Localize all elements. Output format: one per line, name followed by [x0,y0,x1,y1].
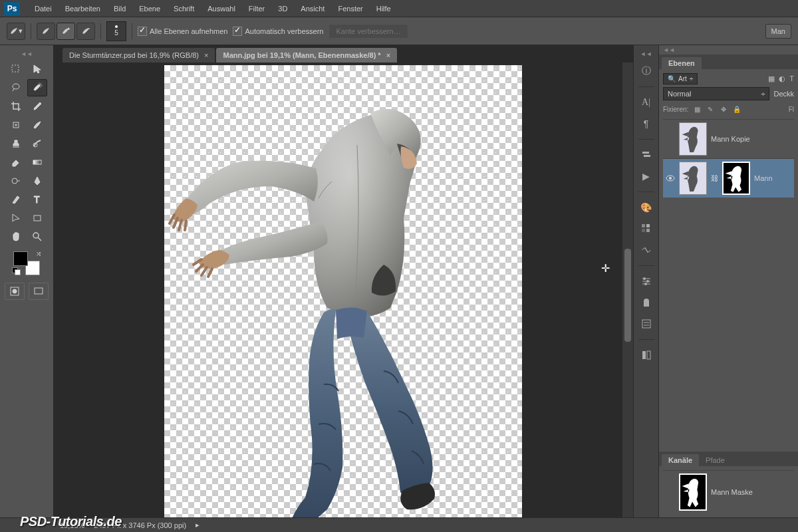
foreground-color-swatch[interactable] [13,251,28,266]
history-brush-tool[interactable] [27,135,47,152]
svg-rect-18 [646,224,650,227]
menu-ebene[interactable]: Ebene [132,2,167,15]
shape-tool[interactable] [27,209,47,227]
document-tab-1[interactable]: Mann.jpg bei 19,1% (Mann, Ebenenmaske/8)… [216,48,397,63]
channels-panel-tab[interactable]: Kanäle [662,454,699,466]
collapse-arrow-icon[interactable]: ◄◄ [659,45,798,55]
link-mask-icon[interactable]: ⛓ [711,174,718,182]
layer-thumbnail[interactable] [679,122,707,156]
layer-row[interactable]: ⛓ Mann [663,158,794,198]
lasso-tool[interactable] [6,79,26,96]
visibility-toggle[interactable] [666,487,675,497]
layer-name: Mann [754,174,773,182]
check-icon [138,27,147,36]
actions-panel-icon[interactable]: ▶ [637,168,656,185]
character-panel-icon[interactable]: A| [637,94,656,111]
workspace-switcher[interactable]: Man [765,24,791,39]
collapse-arrow-icon[interactable]: ◄◄ [19,49,34,59]
layer-thumbnail[interactable] [679,162,707,195]
swatches-panel-icon[interactable] [637,220,656,237]
document-tab-0[interactable]: Die Sturmtänzer.psd bei 16,9% (RGB/8) × [63,48,215,63]
sliders-panel-icon[interactable] [637,273,656,290]
layers-panel-tab[interactable]: Ebenen [662,57,702,69]
gradient-tool[interactable] [27,154,47,171]
properties-panel-icon[interactable] [637,346,656,364]
canvas[interactable] [164,65,522,517]
crop-tool[interactable] [6,98,26,115]
mode-add-selection[interactable]: + [57,23,75,40]
mode-subtract-selection[interactable]: − [76,23,95,40]
lock-all-icon[interactable]: 🔒 [732,104,741,114]
color-panel-icon[interactable]: 🎨 [637,199,656,216]
healing-tool[interactable] [6,116,26,134]
screenmode-tool[interactable] [29,283,49,300]
type-tool[interactable]: T [27,191,47,208]
color-swatches[interactable]: ⤭ [13,251,40,275]
pen-tool[interactable] [27,172,47,190]
menu-bild[interactable]: Bild [107,2,132,15]
info-panel-icon[interactable]: ⓘ [637,63,656,80]
eyedropper-tool[interactable] [27,98,47,115]
menu-bearbeiten[interactable]: Bearbeiten [59,2,107,15]
brush-size-picker[interactable]: 5 [106,21,126,41]
svg-point-3 [13,84,19,89]
svg-rect-10 [34,215,41,221]
adjustments-panel-icon[interactable] [637,241,656,259]
history-panel-icon[interactable] [637,146,656,164]
path-select-tool[interactable] [6,209,26,227]
hand-tool[interactable] [6,228,26,245]
menu-datei[interactable]: Datei [28,2,59,15]
marquee-tool[interactable] [27,61,47,78]
styles-panel-icon[interactable] [637,315,656,332]
menu-schrift[interactable]: Schrift [167,2,201,15]
lock-position-icon[interactable]: ✥ [719,104,728,114]
quickmask-tool[interactable] [5,283,25,300]
zoom-tool[interactable] [27,228,47,245]
lock-paint-icon[interactable]: ✎ [706,104,715,114]
brushes-panel-icon[interactable] [637,294,656,311]
menu-auswahl[interactable]: Auswahl [201,2,242,15]
menu-hilfe[interactable]: Hilfe [370,2,398,15]
menu-ansicht[interactable]: Ansicht [294,2,331,15]
checkbox-alle-ebenen[interactable]: Alle Ebenen aufnehmen [138,27,227,36]
dodge-tool[interactable] [6,172,26,190]
quick-select-tool[interactable] [27,79,47,96]
menu-filter[interactable]: Filter [242,2,271,15]
visibility-toggle[interactable] [666,134,675,144]
checkbox-auto-verbessern[interactable]: Automatisch verbessern [233,27,323,36]
move-tool[interactable] [6,61,26,78]
filter-type-icon[interactable]: T [789,74,794,83]
layer-row[interactable]: Mann Kopie [663,119,794,158]
document-area: Die Sturmtänzer.psd bei 16,9% (RGB/8) × … [53,45,633,517]
close-icon[interactable]: × [386,51,390,59]
vertical-scrollbar[interactable] [622,63,633,517]
layer-filter-dropdown[interactable]: 🔍Art÷ [663,73,698,84]
stamp-tool[interactable] [6,135,26,152]
paths-panel-tab[interactable]: Pfade [699,454,732,466]
pen-tool-2[interactable] [6,191,26,208]
close-icon[interactable]: × [204,51,208,59]
filter-image-icon[interactable]: ▦ [768,74,775,83]
channel-thumbnail[interactable] [679,473,707,511]
svg-point-23 [644,283,647,285]
brush-tool[interactable] [27,116,47,134]
menu-fenster[interactable]: Fenster [331,2,369,15]
visibility-toggle[interactable] [666,174,675,183]
collapse-arrow-icon[interactable]: ◄◄ [639,49,654,59]
filter-adjust-icon[interactable]: ◐ [779,74,785,83]
paragraph-panel-icon[interactable]: ¶ [637,115,656,132]
svg-rect-20 [646,229,650,232]
blend-mode-dropdown[interactable]: Normal÷ [663,87,769,100]
chevron-right-icon[interactable]: ▸ [196,521,200,529]
menu-3d[interactable]: 3D [271,2,294,15]
svg-rect-25 [642,351,646,359]
brush-size-value: 5 [114,29,118,37]
layer-mask-thumbnail[interactable] [722,162,750,195]
tool-preset-picker[interactable]: ▾ [7,23,25,40]
swap-colors-icon[interactable]: ⤭ [36,250,41,257]
eraser-tool[interactable] [6,154,26,171]
channel-row[interactable]: Mann Maske [663,470,794,513]
lock-pixels-icon[interactable]: ▦ [692,104,702,114]
default-colors-icon[interactable] [12,267,21,274]
mode-new-selection[interactable] [37,23,55,40]
